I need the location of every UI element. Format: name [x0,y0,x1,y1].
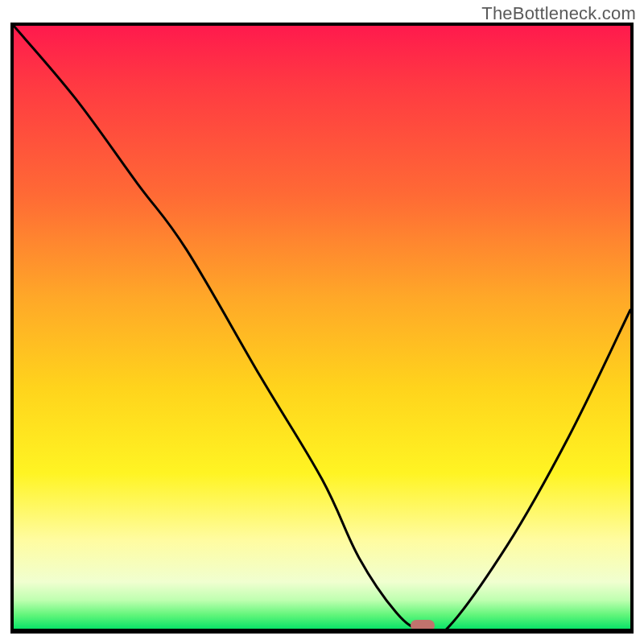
plot-area [14,26,630,630]
plot-frame [10,23,634,634]
x-axis-rule [14,629,630,630]
chart-container: TheBottleneck.com [0,0,644,644]
plot-background-gradient [14,26,630,630]
watermark-text: TheBottleneck.com [481,3,636,24]
